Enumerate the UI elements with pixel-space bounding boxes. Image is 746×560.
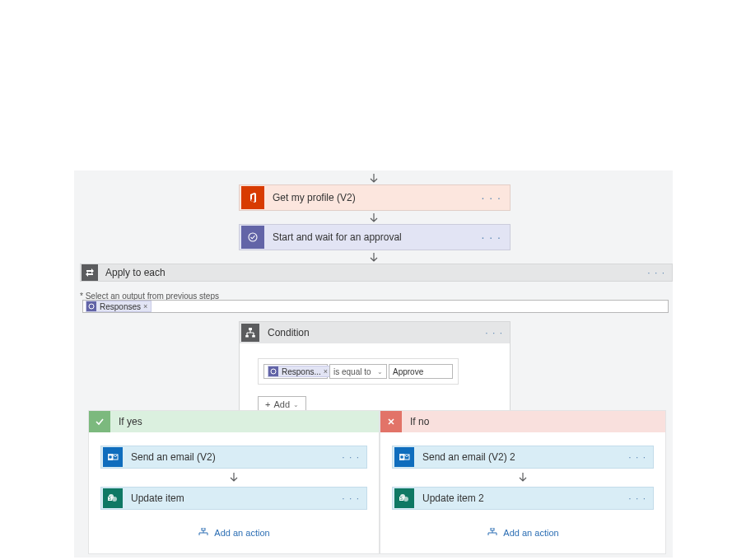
add-label: Add xyxy=(273,399,290,409)
action-label: Send an email (V2) 2 xyxy=(416,451,622,463)
condition-left-value[interactable]: Respons... × xyxy=(263,364,328,379)
add-action-button[interactable]: Add an action xyxy=(392,528,654,538)
condition-title: Condition xyxy=(261,327,478,338)
more-menu-icon[interactable]: · · · xyxy=(622,451,653,463)
more-menu-icon[interactable]: · · · xyxy=(478,327,510,338)
token-label: Respons... xyxy=(282,367,321,376)
loop-icon xyxy=(82,264,98,281)
token-response[interactable]: Respons... × xyxy=(268,366,332,377)
branch-no-header[interactable]: If no xyxy=(380,411,665,432)
step-get-profile[interactable]: Get my profile (V2) · · · xyxy=(239,184,511,211)
action-label: Update item xyxy=(124,492,335,504)
outlook-icon xyxy=(394,447,414,467)
arrow-connector xyxy=(74,252,673,264)
add-step-icon xyxy=(487,528,498,538)
branch-yes-header[interactable]: If yes xyxy=(89,411,379,432)
svg-rect-13 xyxy=(202,528,205,530)
operator-label: is equal to xyxy=(333,367,371,376)
branch-no: If no Send an email (V2) 2 · · · S Updat… xyxy=(380,410,666,554)
condition-icon xyxy=(241,324,259,342)
svg-point-1 xyxy=(89,304,94,309)
arrow-connector xyxy=(100,469,367,487)
add-step-icon xyxy=(198,528,209,538)
svg-point-8 xyxy=(109,455,112,459)
cross-icon xyxy=(380,411,402,432)
token-label: Responses xyxy=(100,302,141,311)
branch-yes: If yes Send an email (V2) · · · S Update… xyxy=(88,410,380,554)
action-update-item-2[interactable]: S Update item 2 · · · xyxy=(392,487,654,510)
more-menu-icon[interactable]: · · · xyxy=(335,451,366,463)
svg-point-0 xyxy=(249,233,257,241)
select-output-field[interactable]: Responses × xyxy=(82,300,669,313)
branch-title: If yes xyxy=(110,416,142,427)
action-label: Update item 2 xyxy=(416,492,622,504)
more-menu-icon[interactable]: · · · xyxy=(641,267,672,278)
step-label: Get my profile (V2) xyxy=(266,192,473,203)
sharepoint-icon: S xyxy=(103,488,123,508)
approval-icon xyxy=(241,226,264,249)
condition-header[interactable]: Condition · · · xyxy=(240,322,510,343)
arrow-connector xyxy=(74,212,673,224)
right-value-text: Approve xyxy=(393,367,423,376)
step-apply-to-each[interactable]: Apply to each · · · xyxy=(80,264,673,282)
more-menu-icon[interactable]: · · · xyxy=(473,231,510,244)
sharepoint-icon: S xyxy=(394,488,414,508)
check-icon xyxy=(89,411,110,432)
add-action-label: Add an action xyxy=(503,528,558,538)
svg-rect-2 xyxy=(249,328,252,330)
more-menu-icon[interactable]: · · · xyxy=(622,492,653,504)
svg-point-5 xyxy=(271,369,276,374)
svg-point-18 xyxy=(403,497,408,502)
token-remove-icon[interactable]: × xyxy=(324,367,328,376)
action-label: Send an email (V2) xyxy=(124,451,335,463)
arrow-connector xyxy=(74,173,673,184)
svg-point-16 xyxy=(400,455,403,459)
condition-operator[interactable]: is equal to ⌄ xyxy=(329,364,387,379)
token-icon xyxy=(86,301,96,311)
action-update-item[interactable]: S Update item · · · xyxy=(100,487,367,510)
add-action-button[interactable]: Add an action xyxy=(100,528,367,538)
step-label: Start and wait for an approval xyxy=(266,231,473,243)
step-label: Apply to each xyxy=(99,267,641,278)
token-icon xyxy=(268,366,278,376)
svg-rect-3 xyxy=(245,335,249,338)
office-icon xyxy=(241,186,264,209)
more-menu-icon[interactable]: · · · xyxy=(473,191,510,204)
branch-title: If no xyxy=(402,416,429,427)
outlook-icon xyxy=(103,447,123,467)
chevron-down-icon: ⌄ xyxy=(293,401,299,408)
arrow-connector xyxy=(392,469,654,487)
action-send-email[interactable]: Send an email (V2) · · · xyxy=(100,446,367,469)
condition-row: Respons... × is equal to ⌄ Approve xyxy=(263,364,453,379)
svg-point-10 xyxy=(112,497,117,502)
action-send-email-2[interactable]: Send an email (V2) 2 · · · xyxy=(392,446,654,469)
chevron-down-icon: ⌄ xyxy=(377,368,383,376)
svg-rect-21 xyxy=(491,528,494,530)
condition-right-value[interactable]: Approve xyxy=(389,364,453,379)
token-remove-icon[interactable]: × xyxy=(143,302,147,310)
step-approval[interactable]: Start and wait for an approval · · · xyxy=(239,224,511,250)
token-responses[interactable]: Responses × xyxy=(86,301,152,312)
svg-rect-4 xyxy=(252,335,255,338)
plus-icon: + xyxy=(265,399,270,409)
add-action-label: Add an action xyxy=(214,528,269,538)
more-menu-icon[interactable]: · · · xyxy=(335,492,366,504)
